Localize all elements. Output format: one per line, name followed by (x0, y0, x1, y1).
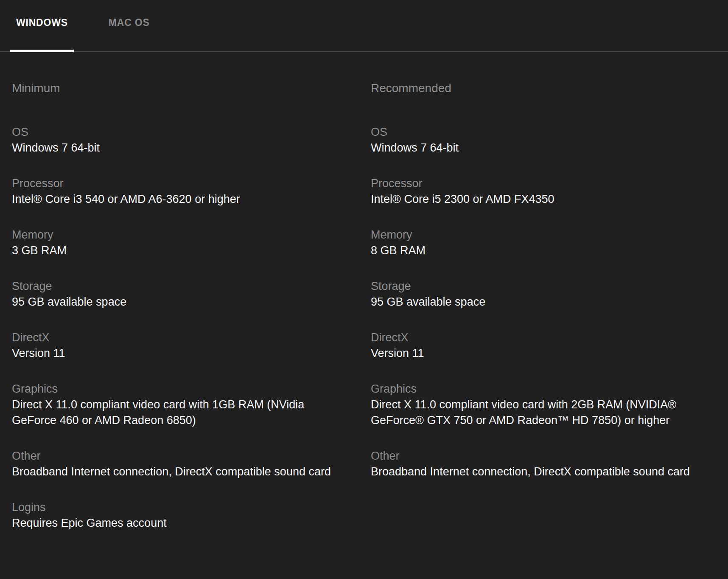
spec-section-other: Other Broadband Internet connection, Dir… (12, 448, 357, 480)
spec-value: 8 GB RAM (371, 243, 710, 259)
column-heading: Recommended (371, 80, 716, 96)
spec-section-other: Other Broadband Internet connection, Dir… (371, 448, 716, 480)
spec-section-graphics: Graphics Direct X 11.0 compliant video c… (371, 381, 716, 428)
spec-section-storage: Storage 95 GB available space (12, 278, 357, 310)
spec-value: Intel® Core i3 540 or AMD A6-3620 or hig… (12, 191, 351, 207)
spec-value: Version 11 (371, 346, 710, 361)
spec-value: 95 GB available space (371, 294, 710, 310)
spec-label: Processor (12, 176, 357, 191)
spec-label: DirectX (371, 330, 716, 346)
spec-label: Storage (371, 278, 716, 294)
spec-section-directx: DirectX Version 11 (12, 330, 357, 361)
spec-value: Windows 7 64-bit (371, 140, 710, 156)
spec-label: Storage (12, 278, 357, 294)
tab-label: WINDOWS (16, 17, 68, 28)
spec-value: Intel® Core i5 2300 or AMD FX4350 (371, 191, 710, 207)
spec-section-memory: Memory 8 GB RAM (371, 227, 716, 259)
spec-label: OS (12, 124, 357, 140)
spec-sections: OS Windows 7 64-bit Processor Intel® Cor… (371, 124, 716, 480)
spec-section-os: OS Windows 7 64-bit (12, 124, 357, 156)
spec-section-os: OS Windows 7 64-bit (371, 124, 716, 156)
spec-value: Version 11 (12, 346, 351, 361)
spec-label: Memory (12, 227, 357, 243)
spec-sections: OS Windows 7 64-bit Processor Intel® Cor… (12, 124, 357, 531)
spec-label: DirectX (12, 330, 357, 346)
tab-windows[interactable]: WINDOWS (10, 18, 74, 51)
spec-value: 95 GB available space (12, 294, 351, 310)
spec-value: Direct X 11.0 compliant video card with … (12, 397, 351, 428)
tab-mac-os[interactable]: MAC OS (103, 18, 156, 51)
spec-section-processor: Processor Intel® Core i5 2300 or AMD FX4… (371, 176, 716, 207)
spec-section-graphics: Graphics Direct X 11.0 compliant video c… (12, 381, 357, 428)
spec-label: Memory (371, 227, 716, 243)
requirements-column-minimum: Minimum OS Windows 7 64-bit Processor In… (12, 80, 357, 551)
spec-section-logins: Logins Requires Epic Games account (12, 500, 357, 531)
spec-label: Other (371, 448, 716, 464)
spec-label: Logins (12, 500, 357, 515)
spec-value: Broadband Internet connection, DirectX c… (12, 464, 351, 480)
spec-value: Requires Epic Games account (12, 515, 351, 531)
spec-value: Direct X 11.0 compliant video card with … (371, 397, 710, 428)
requirements-columns: Minimum OS Windows 7 64-bit Processor In… (0, 80, 728, 551)
spec-label: OS (371, 124, 716, 140)
spec-section-storage: Storage 95 GB available space (371, 278, 716, 310)
tab-label: MAC OS (109, 17, 150, 28)
requirements-column-recommended: Recommended OS Windows 7 64-bit Processo… (371, 80, 716, 551)
spec-label: Graphics (12, 381, 357, 397)
spec-section-memory: Memory 3 GB RAM (12, 227, 357, 259)
spec-value: Windows 7 64-bit (12, 140, 351, 156)
spec-value: Broadband Internet connection, DirectX c… (371, 464, 710, 480)
spec-value: 3 GB RAM (12, 243, 351, 259)
spec-section-directx: DirectX Version 11 (371, 330, 716, 361)
spec-section-processor: Processor Intel® Core i3 540 or AMD A6-3… (12, 176, 357, 207)
spec-label: Graphics (371, 381, 716, 397)
system-requirements-panel: WINDOWS MAC OS Minimum OS Windows 7 64-b… (0, 0, 728, 579)
spec-label: Processor (371, 176, 716, 191)
spec-label: Other (12, 448, 357, 464)
platform-tabs: WINDOWS MAC OS (0, 0, 728, 52)
column-heading: Minimum (12, 80, 357, 96)
